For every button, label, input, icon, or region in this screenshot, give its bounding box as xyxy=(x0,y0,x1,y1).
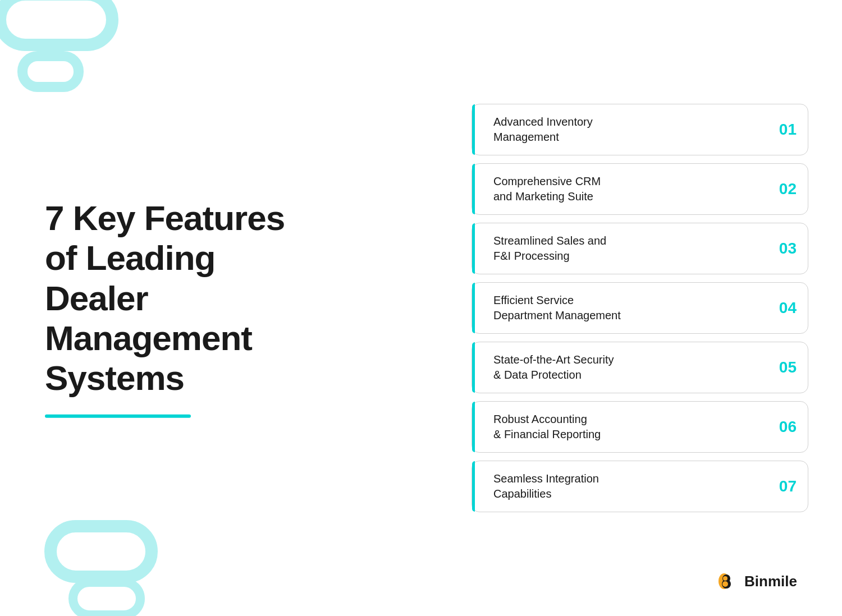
deco-bottom-left xyxy=(34,515,191,616)
binmile-logo-icon xyxy=(714,569,739,594)
feature-label-03: Streamlined Sales andF&I Processing xyxy=(483,233,763,264)
feature-number-05: 05 xyxy=(763,358,797,376)
feature-number-06: 06 xyxy=(763,418,797,436)
svg-rect-0 xyxy=(0,0,112,45)
feature-label-07: Seamless IntegrationCapabilities xyxy=(483,471,763,502)
svg-point-8 xyxy=(723,576,727,581)
feature-card-05: State-of-the-Art Security& Data Protecti… xyxy=(472,342,808,393)
feature-left-bar xyxy=(472,342,475,393)
svg-rect-3 xyxy=(73,582,140,615)
feature-label-02: Comprehensive CRMand Marketing Suite xyxy=(483,174,763,204)
feature-card-07: Seamless IntegrationCapabilities07 xyxy=(472,461,808,512)
feature-left-bar xyxy=(472,402,475,452)
feature-left-bar xyxy=(472,104,475,155)
feature-label-01: Advanced InventoryManagement xyxy=(483,114,763,145)
feature-number-03: 03 xyxy=(763,240,797,258)
feature-label-06: Robust Accounting& Financial Reporting xyxy=(483,412,763,442)
feature-card-04: Efficient ServiceDepartment Management04 xyxy=(472,282,808,334)
feature-label-05: State-of-the-Art Security& Data Protecti… xyxy=(483,352,763,383)
feature-card-01: Advanced InventoryManagement01 xyxy=(472,104,808,155)
feature-number-07: 07 xyxy=(763,477,797,495)
feature-card-02: Comprehensive CRMand Marketing Suite02 xyxy=(472,163,808,215)
feature-left-bar xyxy=(472,164,475,214)
feature-card-03: Streamlined Sales andF&I Processing03 xyxy=(472,223,808,274)
feature-number-01: 01 xyxy=(763,121,797,139)
svg-rect-1 xyxy=(22,56,79,87)
feature-left-bar xyxy=(472,223,475,274)
svg-point-9 xyxy=(722,581,728,587)
logo-area: Binmile xyxy=(714,569,797,594)
feature-left-bar xyxy=(472,283,475,333)
features-list: Advanced InventoryManagement01Comprehens… xyxy=(472,104,808,512)
title-underline xyxy=(45,415,191,418)
feature-label-04: Efficient ServiceDepartment Management xyxy=(483,293,763,323)
left-section: 7 Key Features of Leading Dealer Managem… xyxy=(45,198,314,418)
svg-rect-2 xyxy=(51,526,152,577)
feature-card-06: Robust Accounting& Financial Reporting06 xyxy=(472,401,808,453)
deco-top-left xyxy=(0,0,168,101)
feature-left-bar xyxy=(472,461,475,512)
page-title: 7 Key Features of Leading Dealer Managem… xyxy=(45,198,314,398)
logo-text: Binmile xyxy=(744,573,797,590)
feature-number-02: 02 xyxy=(763,180,797,198)
feature-number-04: 04 xyxy=(763,299,797,317)
